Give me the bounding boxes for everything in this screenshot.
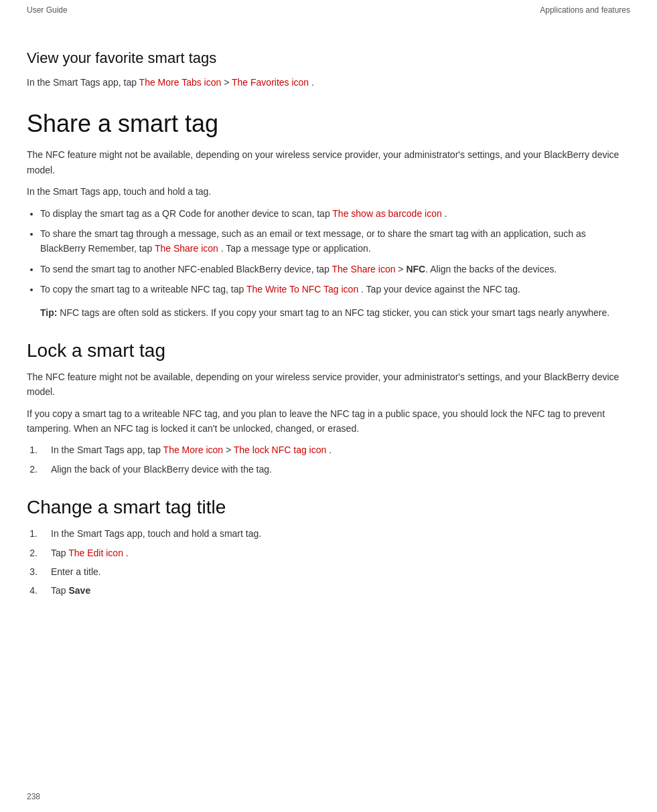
section-title-share: Share a smart tag [27, 110, 630, 138]
header-right: Applications and features [540, 5, 630, 15]
bullet-3-middle: > [395, 264, 406, 274]
bullet-4-suffix: . Tap your device against the NFC tag. [358, 284, 520, 295]
lock-step-2-text: Align the back of your BlackBerry device… [51, 462, 272, 477]
share-intro: In the Smart Tags app, touch and hold a … [27, 184, 630, 199]
lock-nfc-icon-link: The lock NFC tag icon [234, 444, 327, 455]
header-left: User Guide [27, 5, 68, 15]
view-favorite-prefix: In the Smart Tags app, tap [27, 77, 139, 88]
lock-step-1-num: 1. [27, 442, 40, 457]
bullet-3-suffix: . Align the backs of the devices. [425, 264, 557, 274]
page-footer: 238 [27, 792, 40, 801]
bullet-2: To share the smart tag through a message… [40, 226, 630, 256]
bullet-1-prefix: To display the smart tag as a QR Code fo… [40, 208, 332, 219]
change-step-2-text: Tap The Edit icon . [51, 546, 129, 560]
lock-step-2-num: 2. [27, 462, 40, 477]
change-step-4-text: Tap Save [51, 583, 90, 598]
more-icon-link: The More icon [163, 444, 223, 455]
more-tabs-icon-link: The More Tabs icon [139, 77, 222, 88]
page-number: 238 [27, 792, 40, 801]
change-step-2-num: 2. [27, 546, 40, 560]
share-icon-link-2: The Share icon [332, 264, 396, 274]
page-header: User Guide Applications and features [0, 0, 657, 20]
bullet-1: To display the smart tag as a QR Code fo… [40, 206, 630, 221]
bullet-1-suffix: . [442, 208, 447, 219]
lock-step-1-text: In the Smart Tags app, tap The More icon… [51, 442, 332, 457]
nfc-label: NFC [406, 264, 425, 274]
tip-text: NFC tags are often sold as stickers. If … [57, 307, 609, 318]
lock-body: If you copy a smart tag to a writeable N… [27, 406, 630, 436]
bullet-3-prefix: To send the smart tag to another NFC-ena… [40, 264, 332, 274]
bullet-4: To copy the smart tag to a writeable NFC… [40, 282, 630, 297]
change-step-3-num: 3. [27, 564, 40, 579]
lock-step-1-suffix: . [326, 444, 332, 455]
change-step-4: 4. Tap Save [27, 583, 630, 598]
section-title-lock: Lock a smart tag [27, 340, 630, 361]
change-step-4-num: 4. [27, 583, 40, 598]
change-step-1-text: In the Smart Tags app, touch and hold a … [51, 526, 261, 541]
section-title-view-favorite: View your favorite smart tags [27, 50, 630, 67]
lock-step-1: 1. In the Smart Tags app, tap The More i… [27, 442, 630, 457]
share-icon-link-1: The Share icon [155, 243, 218, 254]
lock-step-1-sep: > [223, 444, 234, 455]
share-warning: The NFC feature might not be available, … [27, 147, 630, 177]
lock-step-2: 2. Align the back of your BlackBerry dev… [27, 462, 630, 477]
lock-warning: The NFC feature might not be available, … [27, 370, 630, 400]
favorites-icon-link: The Favorites icon [232, 77, 309, 88]
bullet-3: To send the smart tag to another NFC-ena… [40, 262, 630, 276]
change-step-3: 3. Enter a title. [27, 564, 630, 579]
main-content: View your favorite smart tags In the Sma… [0, 20, 657, 632]
share-bullets: To display the smart tag as a QR Code fo… [40, 206, 630, 297]
tip-label: Tip: [40, 307, 57, 318]
bullet-2-suffix: . Tap a message type or application. [218, 243, 371, 254]
view-favorite-separator: > [221, 77, 232, 88]
view-favorite-suffix: . [309, 77, 314, 88]
change-step-3-text: Enter a title. [51, 564, 101, 579]
view-favorite-intro: In the Smart Tags app, tap The More Tabs… [27, 75, 630, 90]
write-nfc-icon-link: The Write To NFC Tag icon [246, 284, 358, 295]
save-label: Save [68, 585, 90, 596]
bullet-4-prefix: To copy the smart tag to a writeable NFC… [40, 284, 246, 295]
change-step-1: 1. In the Smart Tags app, touch and hold… [27, 526, 630, 541]
show-barcode-icon-link: The show as barcode icon [332, 208, 441, 219]
tip-content: Tip: NFC tags are often sold as stickers… [40, 307, 609, 318]
edit-icon-link: The Edit icon [68, 548, 123, 558]
tip-block: Tip: NFC tags are often sold as stickers… [27, 305, 630, 320]
change-step-1-num: 1. [27, 526, 40, 541]
section-title-change: Change a smart tag title [27, 497, 630, 518]
lock-steps: 1. In the Smart Tags app, tap The More i… [27, 442, 630, 477]
change-steps: 1. In the Smart Tags app, touch and hold… [27, 526, 630, 598]
change-step-2: 2. Tap The Edit icon . [27, 546, 630, 560]
